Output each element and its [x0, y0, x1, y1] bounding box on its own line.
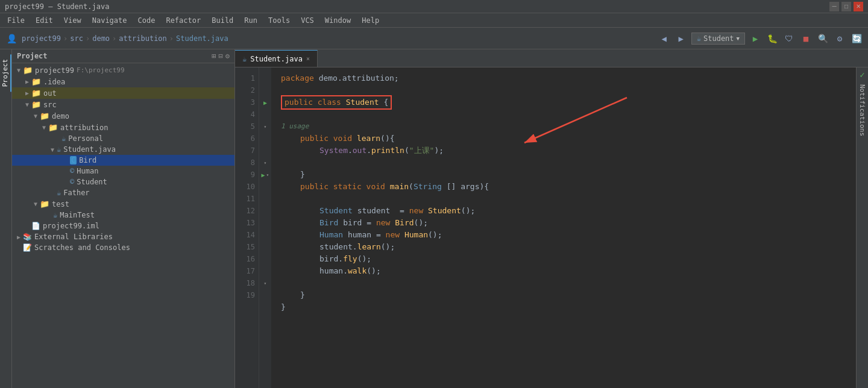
breadcrumb-file[interactable]: Student.java	[176, 34, 228, 43]
search-icon[interactable]: 🔍	[816, 32, 829, 45]
ln-16: 16	[235, 253, 255, 265]
gl-10	[259, 181, 271, 193]
tree-item-studentjava[interactable]: ▼ ☕ Student.java	[12, 144, 234, 155]
fold-gutter-18[interactable]: ▾	[264, 281, 267, 286]
tree-item-bird[interactable]: ▶ C Bird	[12, 155, 234, 166]
menu-vcs[interactable]: VCS	[296, 15, 319, 26]
menu-window[interactable]: Window	[320, 15, 356, 26]
tree-arrow-test: ▼	[31, 201, 40, 207]
minimize-button[interactable]: ─	[829, 2, 839, 11]
tree-item-test[interactable]: ▼ 📁 test	[12, 198, 234, 210]
str-shang-ke: "上课"	[409, 145, 435, 157]
ln-10: 10	[235, 181, 255, 193]
debug-button[interactable]: 🐛	[766, 32, 779, 45]
tree-item-iml[interactable]: ▶ 📄 project99.iml	[12, 221, 234, 231]
tree-expand-icon[interactable]: ⊞	[212, 52, 216, 60]
settings-icon[interactable]: ⚙	[833, 32, 846, 45]
tree-label-bird: Bird	[79, 156, 96, 164]
maximize-button[interactable]: □	[841, 2, 851, 11]
out-ref: out	[353, 145, 366, 157]
menu-build[interactable]: Build	[207, 15, 238, 26]
test-folder-icon: 📁	[40, 199, 49, 208]
back-icon[interactable]: ◀	[658, 32, 671, 45]
tree-item-human[interactable]: ▶ © Human	[12, 166, 234, 177]
run-button[interactable]: ▶	[749, 32, 762, 45]
scratches-icon: 📝	[23, 243, 32, 252]
gl-5: ▾	[259, 120, 271, 133]
menu-file[interactable]: File	[2, 15, 30, 26]
fold-gutter-8[interactable]: ▾	[264, 160, 267, 166]
menu-run[interactable]: Run	[239, 15, 262, 26]
coverage-button[interactable]: 🛡	[782, 32, 796, 45]
var-human-16: human	[319, 265, 343, 277]
close-brace-19: }	[281, 301, 286, 313]
tree-item-attribution[interactable]: ▼ 📁 attribution	[12, 122, 234, 133]
tree-label-attribution: attribution	[60, 124, 108, 132]
fold-gutter-5[interactable]: ▾	[264, 124, 267, 130]
iml-icon: 📄	[31, 222, 40, 230]
gl-13	[259, 217, 271, 229]
tab-close-button[interactable]: ×	[306, 55, 310, 62]
menu-tools[interactable]: Tools	[263, 15, 295, 26]
run-gutter-3[interactable]: ▶	[263, 99, 267, 106]
breadcrumb-attribution[interactable]: attribution	[119, 34, 166, 43]
breadcrumb: project99 › src › demo › attribution › S…	[22, 34, 228, 43]
tree-item-src[interactable]: ▼ 📁 src	[12, 99, 234, 110]
tree-item-personal[interactable]: ▶ ☕ Personal	[12, 133, 234, 144]
run-config: ☕ Student ▼	[691, 33, 745, 45]
code-line-1: package demo.attribution;	[281, 72, 856, 84]
editor-area: ☕ Student.java × 1 2 3	[235, 49, 868, 388]
fn-learn: learn	[357, 133, 380, 145]
menu-code[interactable]: Code	[133, 15, 160, 26]
breadcrumb-project[interactable]: project99	[22, 34, 61, 43]
gl-1	[259, 72, 271, 84]
gl-12	[259, 205, 271, 217]
breadcrumb-demo[interactable]: demo	[92, 34, 110, 43]
project-tree: Project ⊞ ⊟ ⚙ ▼ 📁 project99 F:\project99…	[12, 49, 235, 388]
title-bar-title: project99 – Student.java	[5, 2, 109, 11]
tree-item-maintest[interactable]: ▶ ☕ MainTest	[12, 210, 234, 221]
fold-gutter-9[interactable]: ▾	[266, 172, 269, 178]
project-icon[interactable]: 👤	[5, 32, 18, 45]
kw-void-9: void	[366, 181, 385, 193]
code-line-7	[281, 157, 856, 169]
update-icon[interactable]: 🔄	[850, 32, 863, 45]
tree-item-student-class[interactable]: ▶ © Student	[12, 177, 234, 187]
code-line-15: bird.fly();	[281, 253, 856, 265]
tree-item-father[interactable]: ▶ ☕ Father	[12, 187, 234, 198]
ln-15: 15	[235, 241, 255, 253]
stop-button[interactable]: ■	[799, 32, 813, 45]
menu-help[interactable]: Help	[357, 15, 384, 26]
tree-settings-icon[interactable]: ⚙	[225, 52, 230, 60]
breadcrumb-src[interactable]: src	[70, 34, 83, 43]
close-button[interactable]: ✕	[854, 2, 863, 11]
fn-fly: fly	[343, 253, 357, 265]
demo-folder-icon: 📁	[40, 111, 49, 120]
tree-item-scratches[interactable]: ▶ 📝 Scratches and Consoles	[12, 242, 234, 253]
toolbar-left: 👤 project99 › src › demo › attribution ›…	[5, 32, 228, 45]
main-layout: Project Project ⊞ ⊟ ⚙ ▼ 📁 project99 F:\p…	[0, 49, 868, 388]
tree-label-src: src	[43, 101, 57, 109]
menu-edit[interactable]: Edit	[31, 15, 58, 26]
run-config-label: Student	[703, 34, 734, 43]
menu-refactor[interactable]: Refactor	[161, 15, 206, 26]
tree-item-external-libraries[interactable]: ▶ 📚 External Libraries	[12, 231, 234, 242]
gl-7	[259, 145, 271, 157]
editor-tab-student[interactable]: ☕ Student.java ×	[235, 50, 318, 67]
menu-navigate[interactable]: Navigate	[87, 15, 132, 26]
notifications-label[interactable]: Notifications	[857, 80, 867, 141]
code-line-9: public static void main(String [] args){	[281, 181, 856, 193]
tree-collapse-icon[interactable]: ⊟	[219, 52, 223, 60]
run-gutter-9[interactable]: ▶	[262, 172, 265, 178]
project-panel-label[interactable]: Project	[0, 54, 11, 92]
code-area[interactable]: package demo.attribution; public class S…	[271, 67, 856, 388]
tree-item-out[interactable]: ▶ 📁 out	[12, 87, 234, 99]
tree-item-idea[interactable]: ▶ 📁 .idea	[12, 76, 234, 87]
run-config-name[interactable]: ☕ Student ▼	[691, 33, 745, 45]
tree-item-project99[interactable]: ▼ 📁 project99 F:\project99	[12, 64, 234, 76]
kw-public-5: public	[300, 133, 329, 145]
forward-icon[interactable]: ▶	[675, 32, 688, 45]
menu-view[interactable]: View	[59, 15, 86, 26]
toolbar: 👤 project99 › src › demo › attribution ›…	[0, 28, 868, 49]
tree-item-demo[interactable]: ▼ 📁 demo	[12, 110, 234, 122]
